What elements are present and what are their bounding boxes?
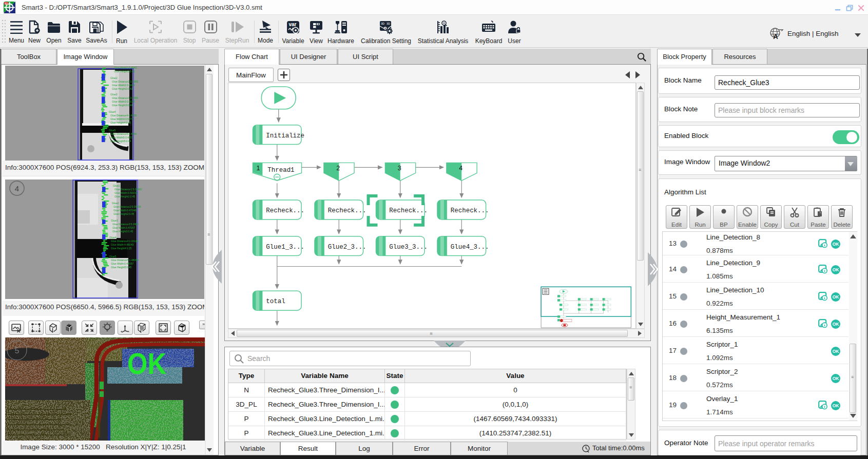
svg-text:Glue Height3:0.44: Glue Height3:0.44 — [112, 104, 133, 107]
svg-text:Glue Height2:0.43: Glue Height2:0.43 — [112, 87, 133, 90]
svg-text:Glue Distance4:4.4739: Glue Distance4:4.4739 — [110, 114, 137, 117]
svg-text:Glue Width3:0.5032: Glue Width3:0.5032 — [112, 100, 134, 103]
svg-text:Glue Distance4:1.00118: Glue Distance4:1.00118 — [111, 240, 138, 243]
svg-text:Glue Height2:0.45: Glue Height2:0.45 — [113, 212, 134, 215]
svg-text:Glue Width:4.48043: Glue Width:4.48043 — [111, 243, 133, 246]
svg-text:var: var — [288, 22, 296, 27]
svg-text:Glue3: Glue3 — [110, 93, 118, 96]
svg-text:Glue3_3...: Glue3_3... — [389, 244, 428, 251]
svg-text:Glue5: Glue5 — [109, 129, 116, 132]
svg-text:Glue Height1:0.45: Glue Height1:0.45 — [114, 195, 136, 198]
svg-text:Thread1: Thread1 — [267, 167, 294, 174]
svg-text:Glue2: Glue2 — [112, 202, 119, 205]
svg-text:Glue4: Glue4 — [109, 110, 116, 113]
svg-text:S3: S3 — [5, 2, 8, 5]
svg-text:Glue2: Glue2 — [110, 76, 118, 79]
svg-text:A: A — [773, 33, 778, 40]
svg-text:Glue Height4:0.45: Glue Height4:0.45 — [110, 121, 131, 124]
svg-text:Glue Height1:0.42: Glue Height1:0.42 — [114, 70, 135, 73]
svg-text:3D: 3D — [387, 22, 390, 25]
svg-text:Glue Width5:0.4857: Glue Width5:0.4857 — [110, 136, 133, 139]
svg-text:Glue Height4:0.25: Glue Height4:0.25 — [111, 247, 132, 250]
svg-text:Recheck...: Recheck... — [451, 207, 489, 214]
svg-text:Recheck...: Recheck... — [266, 207, 304, 214]
svg-text:Glue Distance5:1.48068: Glue Distance5:1.48068 — [111, 258, 139, 262]
svg-text:Recheck...: Recheck... — [389, 207, 428, 214]
svg-text:Glue Width:0.47067: Glue Width:0.47067 — [112, 226, 135, 229]
svg-text:Glue Distance3:5.0902: Glue Distance3:5.0902 — [112, 223, 139, 226]
svg-text:Glue Distance1:5.05462: Glue Distance1:5.05462 — [114, 188, 142, 191]
svg-text:Initialize: Initialize — [266, 132, 304, 139]
svg-text:Glue Height3:0.45: Glue Height3:0.45 — [112, 230, 133, 233]
svg-text:Glue Height5:0.45: Glue Height5:0.45 — [111, 266, 132, 269]
svg-text:Glue Height5:0.44: Glue Height5:0.44 — [110, 139, 131, 143]
svg-text:Glue Width1:0.4983: Glue Width1:0.4983 — [114, 66, 137, 69]
svg-text:Glue2_3...: Glue2_3... — [328, 244, 367, 251]
svg-text:Glue Distance5:4.4159: Glue Distance5:4.4159 — [110, 132, 137, 135]
svg-text:Glue4: Glue4 — [109, 236, 117, 239]
svg-text:Glue Distance2:5.06208: Glue Distance2:5.06208 — [113, 205, 141, 208]
svg-text:Glue Width:0.47048: Glue Width:0.47048 — [113, 209, 136, 212]
svg-text:Glue3: Glue3 — [111, 219, 118, 222]
svg-text:Glue Distance2:3.2985: Glue Distance2:3.2985 — [112, 80, 138, 83]
svg-text:1: 1 — [256, 165, 260, 172]
svg-text:3D: 3D — [381, 22, 384, 25]
svg-text:4: 4 — [459, 165, 462, 172]
svg-text:Glue1_3...: Glue1_3... — [266, 244, 304, 251]
svg-text:2: 2 — [336, 165, 340, 172]
svg-text:Glue Width4:0.5273: Glue Width4:0.5273 — [110, 117, 133, 121]
svg-text:OK: OK — [127, 347, 166, 380]
svg-text:Glue5: Glue5 — [109, 255, 117, 258]
svg-text:Glue Width2:0.4963: Glue Width2:0.4963 — [112, 84, 134, 87]
svg-text:Glue Width:0.47057: Glue Width:0.47057 — [111, 262, 133, 265]
svg-text:Glue Width:0.50033: Glue Width:0.50033 — [114, 191, 137, 194]
svg-text:Recheck...: Recheck... — [328, 207, 367, 214]
svg-text:Glue1: Glue1 — [113, 184, 120, 187]
svg-text:Glue Distance3:3.7659: Glue Distance3:3.7659 — [112, 96, 138, 99]
svg-text:3: 3 — [398, 165, 401, 172]
svg-text:Glue4_3...: Glue4_3... — [451, 244, 489, 251]
svg-text:4: 4 — [15, 184, 19, 193]
svg-text:total: total — [266, 298, 285, 305]
svg-text:5: 5 — [15, 346, 20, 355]
